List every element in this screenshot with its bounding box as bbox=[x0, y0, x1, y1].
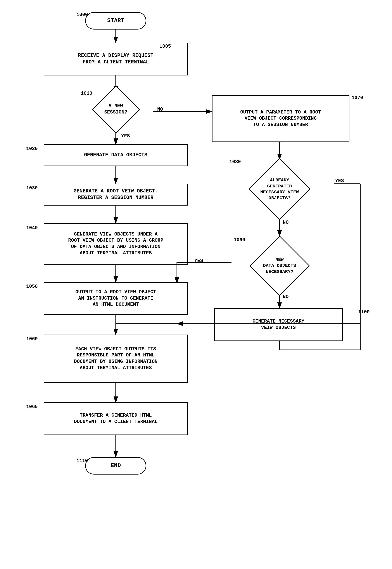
ref-1050: 1050 bbox=[26, 284, 38, 289]
node-1070-label: OUTPUT A PARAMETER TO A ROOTVIEW OBJECT … bbox=[240, 109, 321, 128]
node-1065: TRANSFER A GENERATED HTMLDOCUMENT TO A C… bbox=[44, 402, 188, 435]
end-node: END bbox=[85, 457, 146, 475]
yes-label-1080: YES bbox=[335, 178, 344, 184]
node-1040: GENERATE VIEW OBJECTS UNDER AROOT VIEW O… bbox=[44, 223, 188, 265]
ref-1030: 1030 bbox=[26, 185, 38, 191]
node-1060-label: EACH VIEW OBJECT OUTPUTS ITSRESPONSIBLE … bbox=[74, 346, 158, 371]
end-label: END bbox=[111, 462, 121, 469]
start-node: START bbox=[85, 12, 146, 30]
node-1040-label: GENERATE VIEW OBJECTS UNDER AROOT VIEW O… bbox=[68, 231, 163, 256]
node-1100-label: GENERATE NECESSARYVEIW OBJECTS bbox=[252, 318, 304, 331]
node-1020: GENERATE DATA OBJECTS bbox=[44, 144, 188, 166]
node-1050: OUTPUT TO A ROOT VIEW OBJECTAN INSTRUCTI… bbox=[44, 282, 188, 315]
node-1060: EACH VIEW OBJECT OUTPUTS ITSRESPONSIBLE … bbox=[44, 335, 188, 383]
ref-1060: 1060 bbox=[26, 336, 38, 342]
node-1070: OUTPUT A PARAMETER TO A ROOTVIEW OBJECT … bbox=[212, 95, 350, 142]
ref-1040: 1040 bbox=[26, 225, 38, 231]
node-1080-label: ALREADYGENERATEDNECESSARY VIEWOBJECTS? bbox=[260, 177, 299, 201]
start-label: START bbox=[107, 17, 124, 25]
node-1010-label: A NEWSESSION? bbox=[104, 103, 127, 116]
ref-1070: 1070 bbox=[352, 95, 363, 101]
node-1005-label: RECEIVE A DISPLAY REQUESTFROM A CLIENT T… bbox=[78, 52, 153, 66]
node-1050-label: OUTPUT TO A ROOT VIEW OBJECTAN INSTRUCTI… bbox=[75, 289, 156, 308]
no-label-1080: NO bbox=[283, 220, 289, 225]
node-1020-label: GENERATE DATA OBJECTS bbox=[84, 152, 147, 159]
node-1090-label: NEWDATA OBJECTSNECESSARY? bbox=[263, 257, 296, 275]
node-1030-label: GENERATE A ROOT VEIW OBJECT,REGISTER A S… bbox=[74, 188, 158, 201]
node-1010-wrapper: A NEWSESSION? bbox=[79, 85, 153, 133]
yes-label-1090: YES bbox=[194, 258, 203, 264]
flowchart-diagram: 1000 START 1005 RECEIVE A DISPLAY REQUES… bbox=[0, 0, 392, 569]
node-1100: GENERATE NECESSARYVEIW OBJECTS bbox=[214, 308, 343, 341]
node-1030: GENERATE A ROOT VEIW OBJECT,REGISTER A S… bbox=[44, 184, 188, 206]
node-1005: RECEIVE A DISPLAY REQUESTFROM A CLIENT T… bbox=[44, 43, 188, 75]
no-label-1010: NO bbox=[157, 107, 163, 112]
ref-1100: 1100 bbox=[358, 309, 370, 315]
node-1090-wrapper: NEWDATA OBJECTSNECESSARY? bbox=[218, 235, 341, 296]
ref-1020: 1020 bbox=[26, 146, 38, 151]
node-1065-label: TRANSFER A GENERATED HTMLDOCUMENT TO A C… bbox=[74, 412, 158, 425]
ref-1065: 1065 bbox=[26, 404, 38, 410]
node-1080-wrapper: ALREADYGENERATEDNECESSARY VIEWOBJECTS? bbox=[218, 157, 341, 221]
yes-label-1010: YES bbox=[121, 133, 130, 139]
no-label-1090: NO bbox=[283, 294, 289, 299]
